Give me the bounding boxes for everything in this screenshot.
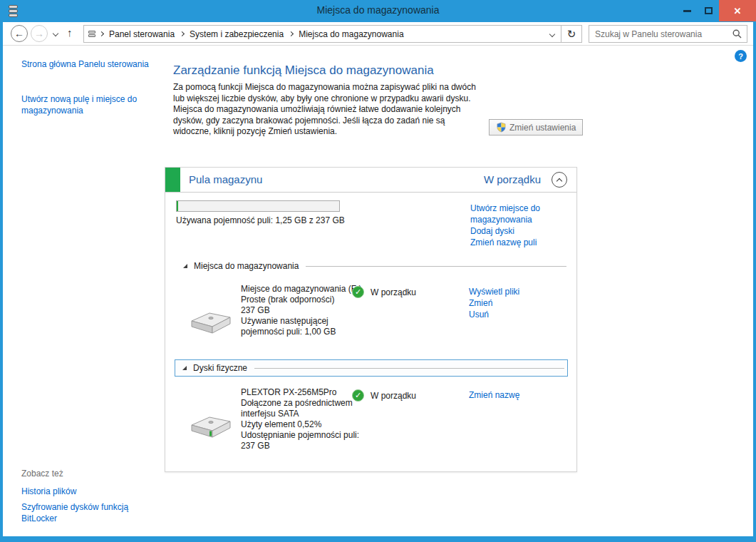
- breadcrumb-chevron-icon[interactable]: [99, 31, 104, 36]
- rename-drive-link[interactable]: Zmień nazwę: [469, 389, 519, 401]
- minimize-icon: [683, 10, 691, 12]
- physical-drive-status: ✓ W porządku: [352, 389, 416, 402]
- storage-space-resiliency: Proste (brak odporności): [241, 295, 363, 305]
- pool-actions: Utwórz miejsce do magazynowania Dodaj dy…: [470, 203, 571, 248]
- address-bar[interactable]: Panel sterowania System i zabezpieczenia…: [83, 25, 561, 43]
- storage-space-drive-icon: [189, 307, 233, 339]
- ok-check-icon: ✓: [352, 389, 364, 402]
- add-drives-link[interactable]: Dodaj dyski: [470, 225, 571, 237]
- physical-drive-icon: [189, 411, 233, 443]
- page-title: Zarządzanie funkcją Miejsca do magazynow…: [173, 63, 434, 78]
- pool-status: W porządku: [484, 173, 541, 185]
- search-icon[interactable]: [732, 29, 742, 39]
- see-also-heading: Zobacz też: [21, 469, 63, 479]
- refresh-button[interactable]: ↻: [561, 25, 582, 43]
- sidebar-item-bitlocker[interactable]: Szyfrowanie dysków funkcją BitLocker: [21, 501, 157, 524]
- section-rule: [306, 266, 566, 267]
- refresh-icon: ↻: [567, 28, 576, 41]
- back-button[interactable]: ←: [11, 25, 28, 42]
- maximize-button[interactable]: [698, 0, 719, 21]
- storage-pool-panel: Pula magazynu W porządku Używana pojemno…: [165, 167, 577, 472]
- pool-capacity-fill: [177, 201, 178, 211]
- pool-panel-header: Pula magazynu W porządku: [165, 168, 576, 193]
- control-panel-item-icon: [88, 31, 95, 38]
- chevron-up-icon: [556, 178, 562, 183]
- breadcrumb-miejsca-do-magazynowania[interactable]: Miejsca do magazynowania: [294, 29, 408, 39]
- breadcrumb-chevron-icon[interactable]: [180, 31, 185, 36]
- close-icon: ✕: [734, 6, 742, 16]
- storage-space-actions: Wyświetl pliki Zmień Usuń: [469, 286, 519, 320]
- physical-drive-actions: Zmień nazwę: [469, 389, 519, 401]
- view-files-link[interactable]: Wyświetl pliki: [469, 286, 519, 297]
- change-settings-label: Zmień ustawienia: [509, 123, 576, 133]
- breadcrumb-panel-sterowania[interactable]: Panel sterowania: [105, 29, 179, 39]
- collapse-pool-button[interactable]: [552, 172, 567, 188]
- up-button[interactable]: ↑: [67, 26, 73, 39]
- physical-drives-section-header[interactable]: Dyski fizyczne: [175, 359, 568, 377]
- window-title: Miejsca do magazynowania: [0, 4, 756, 16]
- forward-icon: →: [34, 28, 44, 39]
- storage-spaces-window: Miejsca do magazynowania ✕ ← → ↑ Panel s…: [0, 0, 756, 542]
- section-rule: [254, 368, 564, 369]
- sidebar-item-create-new-pool[interactable]: Utwórz nową pulę i miejsce do magazynowa…: [21, 93, 167, 116]
- create-storage-space-link[interactable]: Utwórz miejsce do magazynowania: [470, 203, 571, 225]
- title-bar: Miejsca do magazynowania ✕: [0, 0, 756, 22]
- storage-spaces-section-header[interactable]: Miejsca do magazynowania: [176, 259, 566, 273]
- pool-capacity-bar: [176, 200, 340, 212]
- collapse-triangle-icon: [183, 264, 187, 268]
- physical-drive-status-label: W porządku: [371, 391, 416, 401]
- back-icon: ←: [14, 28, 24, 39]
- storage-space-name: Miejsce do magazynowania (F:): [241, 284, 363, 295]
- breadcrumb-chevron-icon[interactable]: [289, 31, 294, 36]
- storage-spaces-section-title: Miejsca do magazynowania: [194, 261, 299, 271]
- forward-button[interactable]: →: [31, 25, 48, 42]
- delete-space-link[interactable]: Usuń: [469, 309, 519, 320]
- physical-drive-name: PLEXTOR PX-256M5Pro: [241, 387, 363, 398]
- rename-pool-link[interactable]: Zmień nazwę puli: [470, 237, 571, 248]
- collapse-triangle-icon: [182, 366, 187, 370]
- storage-space-pool-usage: Używanie następującej pojemności puli: 1…: [241, 316, 363, 337]
- chevron-down-icon: [549, 31, 555, 36]
- storage-space-details: Miejsce do magazynowania (F:) Proste (br…: [241, 284, 363, 337]
- ok-check-icon: ✓: [352, 286, 364, 298]
- physical-drives-section-title: Dyski fizyczne: [193, 363, 247, 373]
- sidebar-item-file-history[interactable]: Historia plików: [21, 486, 76, 497]
- navigation-toolbar: ← → ↑ Panel sterowania System i zabezpie…: [3, 22, 753, 46]
- breadcrumb-system-i-zabezpieczenia[interactable]: System i zabezpieczenia: [185, 29, 288, 39]
- storage-space-size: 237 GB: [241, 305, 363, 316]
- close-button[interactable]: ✕: [719, 0, 756, 21]
- page-description: Za pomocą funkcji Miejsca do magazynowan…: [173, 82, 485, 138]
- physical-drive-usage: Użyty element 0,52%: [241, 419, 363, 430]
- physical-drive-connection: Dołączone za pośrednictwem interfejsu SA…: [241, 398, 363, 419]
- up-icon: ↑: [67, 26, 73, 39]
- storage-space-status-label: W porządku: [371, 287, 416, 297]
- help-icon: ?: [738, 52, 743, 61]
- search-input[interactable]: [589, 29, 732, 39]
- physical-drive-details: PLEXTOR PX-256M5Pro Dołączone za pośredn…: [241, 387, 363, 451]
- pool-capacity-caption: Używana pojemność puli: 1,25 GB z 237 GB: [176, 215, 345, 225]
- storage-space-status: ✓ W porządku: [352, 286, 416, 298]
- uac-shield-icon: [496, 122, 507, 133]
- pool-health-accent: [165, 168, 180, 192]
- help-button[interactable]: ?: [735, 50, 747, 62]
- change-space-link[interactable]: Zmień: [469, 297, 519, 309]
- pool-title: Pula magazynu: [189, 173, 262, 185]
- sidebar-item-control-panel-home[interactable]: Strona główna Panelu sterowania: [21, 58, 153, 70]
- disk-stack-layer: [88, 34, 95, 37]
- search-box: [589, 25, 747, 43]
- recent-pages-dropdown[interactable]: [53, 31, 58, 36]
- window-controls: ✕: [676, 0, 756, 21]
- maximize-icon: [705, 7, 713, 14]
- change-settings-button[interactable]: Zmień ustawienia: [489, 119, 583, 136]
- disk-stack-layer: [88, 31, 95, 34]
- address-history-dropdown[interactable]: [544, 26, 561, 42]
- minimize-button[interactable]: [676, 0, 698, 21]
- physical-drive-pool-share: Udostępnianie pojemności puli: 237 GB: [241, 430, 363, 451]
